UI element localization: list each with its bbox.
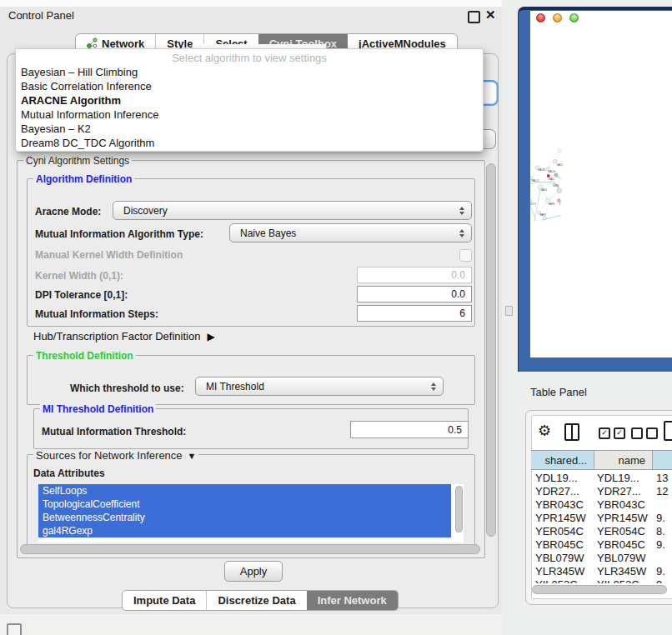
column-header-shared-[interactable]: shared... <box>531 451 594 469</box>
cell: 9. <box>656 538 665 552</box>
mi-threshold-label: Mutual Information Threshold: <box>42 426 186 438</box>
aracne-mode-label: Aracne Mode: <box>35 206 101 218</box>
dpi-tolerance-field[interactable]: 0.0 <box>357 286 472 302</box>
sources-title-text: Sources for Network Inference <box>36 449 183 462</box>
deselect-all-checkboxes-icon[interactable] <box>631 428 658 439</box>
collapse-down-arrow-icon[interactable]: ▼ <box>188 451 197 461</box>
network-node-hap4[interactable] <box>546 198 550 202</box>
table-panel-title: Table Panel <box>530 386 587 398</box>
scrollbar-thumb[interactable] <box>20 544 480 554</box>
algorithm-option-aracne-algorithm[interactable]: ARACNE Algorithm <box>19 93 479 108</box>
hub-definition-expander[interactable]: Hub/Transcription Factor Definition ▶ <box>33 330 215 342</box>
node-label: HAP4 <box>549 202 555 206</box>
algorithm-option-mutual-information-inference[interactable]: Mutual Information Inference <box>19 108 479 122</box>
tab-infer-network[interactable]: Infer Network <box>307 591 398 610</box>
mi-threshold-field[interactable]: 0.5 <box>350 421 469 438</box>
table-row[interactable]: YBR043CYBR043C <box>531 498 672 512</box>
dock-panel-icon[interactable] <box>7 623 22 635</box>
table-row[interactable]: YPR145WYPR145W9. <box>531 512 672 525</box>
aracne-mode-select[interactable]: Discovery <box>113 201 472 220</box>
apply-button[interactable]: Apply <box>224 561 283 582</box>
splitter-handle[interactable] <box>505 306 513 316</box>
cell: YBL079W <box>535 552 584 565</box>
attribute-item-topologicalcoefficient[interactable]: TopologicalCoefficient <box>38 498 451 511</box>
node-label: GAL11 <box>531 179 539 182</box>
close-icon[interactable]: ✕ <box>485 8 496 22</box>
sources-group-title: Sources for Network Inference ▼ <box>33 449 198 462</box>
scrollbar-thumb[interactable] <box>532 585 667 594</box>
table-row[interactable]: YER054CYER054C8. <box>531 525 672 538</box>
table-row[interactable]: YDR27...YDR27...12 <box>531 485 672 498</box>
kernel-width-label: Kernel Width (0,1): <box>35 270 123 282</box>
algorithm-option-list: Bayesian – Hill ClimbingBasic Correlatio… <box>19 65 479 150</box>
mi-algorithm-type-select[interactable]: Naive Bayes <box>229 223 472 242</box>
float-window-icon[interactable] <box>468 11 480 23</box>
tab-impute-data[interactable]: Impute Data <box>123 591 206 610</box>
column-header-name[interactable]: name <box>594 451 653 469</box>
select-all-checkboxes-icon[interactable]: ✓ ✓ <box>599 428 625 439</box>
attribute-item-gal4rgexp[interactable]: gal4RGexp <box>38 524 451 538</box>
column-header-2[interactable] <box>653 451 672 469</box>
cell: YIL052C <box>597 578 639 583</box>
bottom-tab-bar: Impute DataDiscretize DataInfer Network <box>122 590 399 611</box>
cell: YLR345W <box>535 565 584 578</box>
settings-vertical-scrollbar[interactable] <box>486 162 497 553</box>
mi-threshold-definition-title: MI Threshold Definition <box>40 403 156 415</box>
algorithm-placeholder: Select algorithm to view settings <box>16 52 483 64</box>
tab-discretize-data[interactable]: Discretize Data <box>206 591 306 610</box>
network-node-gal1[interactable] <box>547 174 549 177</box>
data-attributes-label: Data Attributes <box>33 468 105 479</box>
network-node[interactable] <box>557 188 562 193</box>
table-row[interactable]: YDL19...YDL19...13 <box>531 472 672 485</box>
node-label: SWI4 <box>553 184 559 188</box>
cell: YDL19... <box>535 472 578 485</box>
algorithm-option-bayesian-k2[interactable]: Bayesian – K2 <box>19 122 479 136</box>
algorithm-option-bayesian-hill-climbing[interactable]: Bayesian – Hill Climbing <box>19 65 479 79</box>
which-threshold-select[interactable]: MI Threshold <box>195 377 444 396</box>
network-node[interactable] <box>554 173 559 178</box>
mi-type-value: Naive Bayes <box>240 228 296 239</box>
checked-box-icon: ✓ <box>599 428 610 439</box>
attribute-item-selfloops[interactable]: SelfLoops <box>38 484 451 498</box>
kernel-width-field: 0.0 <box>357 267 472 283</box>
node-label: GCY1 <box>530 202 536 206</box>
network-node-swi4[interactable] <box>550 180 554 183</box>
cell: YIL052C <box>535 578 578 583</box>
cell: 12 <box>656 485 668 498</box>
network-node[interactable] <box>543 217 546 220</box>
scrollbar-thumb[interactable] <box>486 163 496 537</box>
attribute-item-betweennesscentrality[interactable]: BetweennessCentrality <box>38 511 451 524</box>
table-row[interactable]: YBL079WYBL079W <box>531 552 672 565</box>
export-table-icon[interactable] <box>664 421 672 441</box>
checked-box-icon: ✓ <box>614 428 625 439</box>
manual-kernel-checkbox <box>459 249 472 262</box>
cell: YPR145W <box>597 512 648 525</box>
dpi-tolerance-label: DPI Tolerance [0,1]: <box>35 289 128 301</box>
table-row[interactable]: YIL052CYIL052C9. <box>531 578 672 583</box>
focused-combo-fragment[interactable] <box>482 80 499 106</box>
settings-group-title: Cyni Algorithm Settings <box>23 155 132 167</box>
column-selector-icon[interactable] <box>564 423 579 441</box>
cell: YBL079W <box>597 552 646 565</box>
network-graph: GAL2GAL80GAL10GAL1GAL11SWI4GAL4GCY1HAP4Y… <box>530 11 672 358</box>
cell: 13 <box>656 472 668 485</box>
network-node-gcy1[interactable] <box>530 199 532 202</box>
algorithm-dropdown-popup: Select algorithm to view settings Infere… <box>15 48 484 152</box>
algorithm-option-dream8-dc-tdc-algorithm[interactable]: Dream8 DC_TDC Algorithm <box>19 136 479 150</box>
list-scrollbar[interactable] <box>455 486 463 532</box>
table-row[interactable]: YBR045CYBR045C9. <box>531 538 672 552</box>
expand-right-arrow-icon[interactable]: ▶ <box>207 331 214 342</box>
mi-steps-field[interactable]: 6 <box>357 305 472 322</box>
cell: YER054C <box>535 525 584 538</box>
network-node[interactable] <box>559 149 562 152</box>
table-row[interactable]: YLR345WYLR345W9. <box>531 565 672 578</box>
table-horizontal-scrollbar[interactable] <box>531 585 672 595</box>
data-attributes-list[interactable]: SelfLoopsTopologicalCoefficientBetweenne… <box>38 484 464 542</box>
network-node-y[interactable] <box>557 199 560 202</box>
network-node-gal2[interactable] <box>553 159 557 163</box>
settings-horizontal-scrollbar[interactable] <box>18 544 482 555</box>
gear-icon[interactable]: ⚙ <box>538 422 551 440</box>
algorithm-option-basic-correlation-inference[interactable]: Basic Correlation Inference <box>19 79 479 93</box>
unchecked-box-icon <box>646 428 658 439</box>
tab-label: Infer Network <box>318 594 387 607</box>
